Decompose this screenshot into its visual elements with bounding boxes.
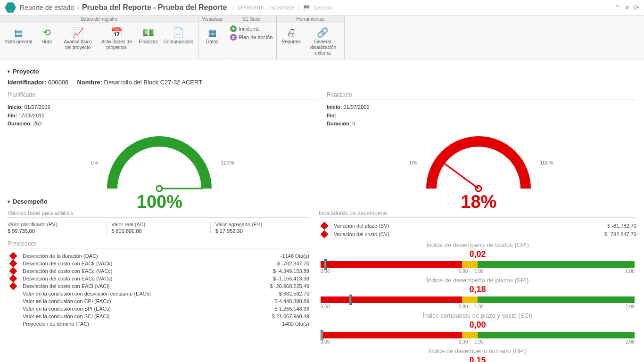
gauge-min-label: 0% (410, 160, 417, 165)
reportes-button[interactable]: 🖨Reportes (279, 25, 304, 57)
flag-icon: 🏁 (303, 5, 310, 11)
section-desempeno-toggle[interactable]: Desempeño (8, 198, 636, 205)
prevision-label: Desviación de la duración (DAC) (23, 253, 248, 259)
prevision-row: Valor en la conclusión con SPI (EACs)$ 1… (8, 305, 309, 313)
ribbon-group-sesuite: SE Suite ✚Incidente ✿Plan de acción (226, 16, 277, 59)
realizado-gauge: 18% (422, 132, 535, 193)
prevision-value: 1400 Día(s) (248, 321, 309, 327)
prevision-value: $ -4.349.153,89 (248, 268, 309, 274)
prevision-label: Valor en la conclusión con desviación co… (23, 291, 248, 296)
prevision-row: Desviación del costo con EACi (VACi)$ -2… (8, 282, 309, 290)
prevision-label: Desviación del costo con EACc (VACc) (23, 268, 248, 274)
prevision-value: -1148 Día(s) (248, 253, 309, 259)
prevision-value: $ 4.448.888,89 (248, 298, 309, 304)
form-icon: ▦ (208, 26, 217, 39)
realizado-pct: 18% (461, 192, 496, 212)
chart-line-icon: 📈 (72, 26, 84, 39)
cpi-value: 0,02 (319, 249, 636, 259)
prevision-row: Valor en la conclusión con desviación co… (8, 290, 309, 297)
vista-general-button[interactable]: ▤Vista general (2, 25, 35, 51)
prevision-label: Valor en la conclusión con SPI (EACs) (23, 306, 248, 312)
ac-block: Valor real (AC) $ 800.800,00 (106, 222, 205, 234)
planificado-fin: 17/06/2010 (18, 113, 44, 118)
diamond-icon (9, 267, 17, 275)
planificado-inicio: 01/07/2009 (24, 104, 50, 110)
prevision-row: Proyección de término (TAC)1400 Día(s) (8, 320, 309, 328)
avance-fisico-button[interactable]: 📈Avance físico del proyecto (58, 25, 97, 51)
prevision-row: Valor en la conclusión con CPI (EACc)$ 4… (8, 297, 309, 305)
realizado-duracion: 0 (352, 121, 355, 126)
previsiones-title: Previsiones (8, 240, 309, 248)
hpi-value: 0,15 (319, 355, 636, 362)
sv-value: $ -81.782,70 (580, 223, 636, 229)
prevision-label: Valor en la conclusión con CPI (EACc) (23, 298, 248, 304)
finanzas-button[interactable]: 💵Finanzas (136, 25, 161, 51)
list-icon[interactable]: ≡ (625, 4, 629, 11)
diamond-icon (9, 274, 17, 282)
previsiones-list: Desviación de la duración (DAC)-1148 Día… (8, 252, 309, 328)
plan-accion-button[interactable]: ✿Plan de acción (228, 33, 274, 41)
sci-indicator: Índice compuesto de plazo y costo (SCI)0… (319, 312, 636, 345)
page-header: ⎯ Reporte de estado › Prueba del Reporte… (0, 0, 644, 16)
project-id-label: Identificador: (8, 79, 46, 86)
performance-indicators: Índice de desempeño de costos (CPI)0,020… (319, 241, 636, 362)
ev-value: $ 17.952,30 (215, 228, 309, 234)
ribbon-toolbar: Datos del registro ▤Vista general ⟲Hora … (0, 16, 644, 59)
main-content: Proyecto Identificador: 000006 Nombre: D… (0, 59, 644, 362)
refresh-icon: ⟲ (43, 26, 51, 39)
realizado-panel: Realizado Inicio: 01/07/2009 Fin: Duraci… (327, 91, 636, 193)
ribbon-group-title: Visualizar (198, 16, 226, 23)
comunicacion-button[interactable]: 📄Comunicación (161, 25, 196, 51)
datos-button[interactable]: ▦Datos (200, 25, 224, 46)
prevision-row: Valor en la conclusión con SCI (EACi)$ 2… (8, 313, 309, 320)
incidente-button[interactable]: ✚Incidente (228, 25, 274, 33)
prevision-value: $ -20.968.225,49 (248, 283, 309, 289)
prevision-value: $ 882.582,70 (248, 291, 309, 296)
prevision-value: $ 1.255.148,33 (248, 306, 309, 312)
sv-row: Variación del plazo (SV) $ -81.782,70 (319, 222, 636, 230)
hora-button[interactable]: ⟲Hora (35, 25, 58, 51)
project-name-value: Desarrollo del Block C27-32 ACERT (104, 79, 203, 86)
prevision-row: Desviación del costo con EACc (VACc)$ -4… (8, 267, 309, 275)
diamond-icon (321, 230, 329, 238)
diamond-icon (9, 259, 17, 267)
generar-viz-button[interactable]: 🔗Generar visualización externa (304, 25, 342, 57)
collapse-icon[interactable]: ⌃ (615, 4, 620, 11)
project-id-value: 000006 (48, 79, 68, 86)
diamond-icon (9, 282, 17, 290)
cv-row: Variación del costo (CV) $ -782.847,70 (319, 230, 636, 239)
refresh-icon[interactable]: ⟳ (634, 4, 639, 11)
ribbon-group-visualizar: Visualizar ▦Datos (198, 16, 226, 59)
link-icon: 🔗 (317, 26, 329, 39)
svg-line-3 (443, 163, 479, 189)
perf-ticks: 0,000,901,002,00 (321, 339, 635, 345)
header-actions: ⌃ ≡ ⟳ (615, 4, 639, 11)
prevision-label: Desviación del costo con EACi (VACi) (23, 283, 248, 289)
diamond-icon (321, 222, 329, 230)
hpi-indicator: Índice de desempeño humano (HPI)0,15 (319, 347, 636, 362)
sci-value: 0,00 (319, 320, 636, 330)
svg-point-0 (157, 186, 162, 191)
ribbon-group-title: Datos del registro (0, 16, 198, 23)
plan-icon: ✿ (230, 34, 237, 41)
spi-title: Índice de desempeño de plazos (SPI) (319, 277, 636, 284)
perf-ticks: 0,000,901,002,00 (321, 304, 635, 309)
breadcrumb-root[interactable]: Reporte de estado (20, 4, 74, 11)
header-meta: | 08/09/2016 - 15/09/2016 | 🏁 Cerrado (233, 5, 332, 11)
actividades-button[interactable]: 📅Actividades de proyectos (97, 25, 136, 51)
prevision-label: Desviación del costo con EACk (VACk) (23, 261, 248, 266)
prevision-value: $ -782.847,70 (248, 261, 309, 266)
ribbon-group-title: Herramientas (277, 16, 344, 23)
ribbon-group-herramientas: Herramientas 🖨Reportes 🔗Generar visualiz… (277, 16, 345, 59)
prevision-row: Desviación del costo con EACs (VACs)$ -1… (8, 275, 309, 282)
prevision-value: $ -1.155.413,33 (248, 276, 309, 281)
project-info: Identificador: 000006 Nombre: Desarrollo… (8, 79, 636, 86)
gauge-max-label: 100% (221, 160, 234, 165)
spi-bar (321, 296, 635, 303)
section-proyecto-toggle[interactable]: Proyecto (8, 68, 636, 75)
sci-title: Índice compuesto de plazo y costo (SCI) (319, 312, 636, 319)
status-label: Cerrado (314, 5, 332, 10)
hpi-title: Índice de desempeño humano (HPI) (319, 347, 636, 354)
ribbon-group-datos: Datos del registro ▤Vista general ⟲Hora … (0, 16, 198, 59)
ribbon-group-title: SE Suite (226, 16, 276, 23)
